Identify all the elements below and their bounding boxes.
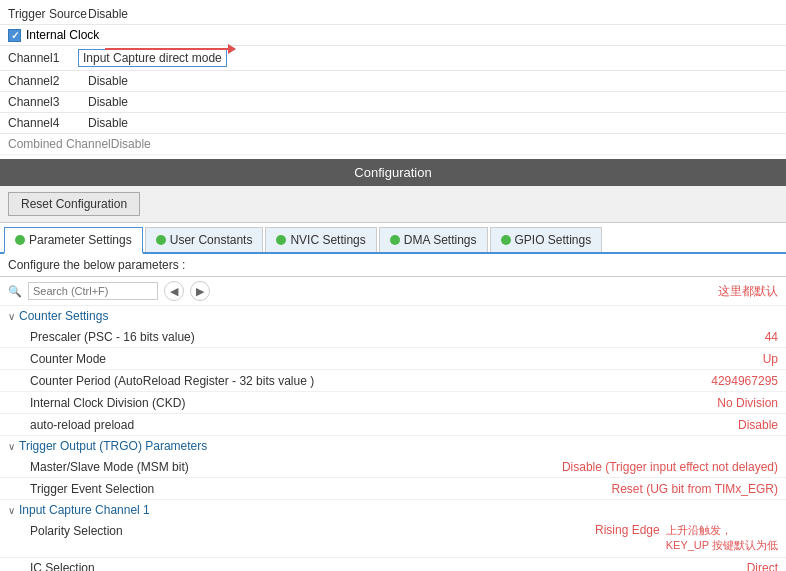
combined-channel-row[interactable]: Combined Channel Disable [0,134,786,155]
combined-channel-value: Disable [111,137,151,151]
tab-gpio-settings[interactable]: GPIO Settings [490,227,603,252]
tab-user-label: User Constants [170,233,253,247]
polarity-row[interactable]: Polarity Selection Rising Edge 上升沿触发， KE… [0,520,786,558]
trigger-event-name: Trigger Event Selection [30,482,478,496]
counter-settings-section[interactable]: ∨ Counter Settings [0,306,786,326]
tab-dot-dma [390,235,400,245]
tab-nvic-settings[interactable]: NVIC Settings [265,227,376,252]
polarity-value: Rising Edge [595,523,660,537]
tab-parameter-label: Parameter Settings [29,233,132,247]
channel1-value: Input Capture direct mode [78,49,227,67]
channel4-row[interactable]: Channel4 Disable [0,113,786,134]
polarity-annotation: 上升沿触发， KEY_UP 按键默认为低 [666,523,778,554]
config-title: Configuration [354,165,431,180]
internal-clock-checkbox[interactable] [8,29,21,42]
counter-period-name: Counter Period (AutoReload Register - 32… [30,374,528,388]
tab-nvic-label: NVIC Settings [290,233,365,247]
prescaler-name: Prescaler (PSC - 16 bits value) [30,330,528,344]
ic-selection-name: IC Selection [30,561,528,571]
reset-btn-row: Reset Configuration [0,186,786,223]
settings-tree: ∨ Counter Settings Prescaler (PSC - 16 b… [0,306,786,571]
input-capture-section[interactable]: ∨ Input Capture Channel 1 [0,500,786,520]
internal-clock-row[interactable]: Internal Clock [0,25,786,46]
trigger-output-chevron-icon: ∨ [8,441,15,452]
clock-division-value: No Division [528,396,778,410]
prescaler-value: 44 [528,330,778,344]
trigger-event-value: Reset (UG bit from TIMx_EGR) [478,482,778,496]
channel2-row[interactable]: Channel2 Disable [0,71,786,92]
master-slave-value: Disable (Trigger input effect not delaye… [478,460,778,474]
top-section: Trigger Source Disable Internal Clock Ch… [0,0,786,159]
channel2-value: Disable [88,74,128,88]
ic-selection-row[interactable]: IC Selection Direct [0,558,786,571]
config-header: Configuration [0,159,786,186]
tab-bar: Parameter Settings User Constants NVIC S… [0,223,786,254]
search-row: 🔍 ◀ ▶ 这里都默认 [0,277,786,306]
search-icon: 🔍 [8,285,22,298]
params-note-text: Configure the below parameters : [8,258,185,272]
autoreload-name: auto-reload preload [30,418,528,432]
trigger-source-label: Trigger Source [8,7,88,21]
polarity-right: Rising Edge 上升沿触发， KEY_UP 按键默认为低 [595,523,778,554]
combined-channel-label: Combined Channel [8,137,111,151]
channel3-label: Channel3 [8,95,88,109]
trigger-output-section[interactable]: ∨ Trigger Output (TRGO) Parameters [0,436,786,456]
counter-mode-name: Counter Mode [30,352,528,366]
counter-settings-title: Counter Settings [19,309,108,323]
input-capture-title: Input Capture Channel 1 [19,503,150,517]
clock-division-name: Internal Clock Division (CKD) [30,396,528,410]
trigger-source-row: Trigger Source Disable [0,4,786,25]
counter-chevron-icon: ∨ [8,311,15,322]
counter-period-row[interactable]: Counter Period (AutoReload Register - 32… [0,370,786,392]
search-input[interactable] [33,285,133,297]
trigger-source-value: Disable [88,7,128,21]
arrow-annotation [105,48,235,50]
master-slave-row[interactable]: Master/Slave Mode (MSM bit) Disable (Tri… [0,456,786,478]
trigger-event-row[interactable]: Trigger Event Selection Reset (UG bit fr… [0,478,786,500]
search-box[interactable] [28,282,158,300]
tab-parameter-settings[interactable]: Parameter Settings [4,227,143,254]
prescaler-row[interactable]: Prescaler (PSC - 16 bits value) 44 [0,326,786,348]
channel4-label: Channel4 [8,116,88,130]
channel4-value: Disable [88,116,128,130]
autoreload-value: Disable [528,418,778,432]
tab-gpio-label: GPIO Settings [515,233,592,247]
trigger-output-title: Trigger Output (TRGO) Parameters [19,439,207,453]
tab-user-constants[interactable]: User Constants [145,227,264,252]
chinese-default-note: 这里都默认 [718,283,778,300]
internal-clock-label: Internal Clock [26,28,99,42]
search-prev-button[interactable]: ◀ [164,281,184,301]
autoreload-row[interactable]: auto-reload preload Disable [0,414,786,436]
params-note: Configure the below parameters : [0,254,786,277]
reset-configuration-button[interactable]: Reset Configuration [8,192,140,216]
arrow-line [105,48,235,50]
counter-mode-row[interactable]: Counter Mode Up [0,348,786,370]
counter-mode-value: Up [528,352,778,366]
polarity-name: Polarity Selection [30,523,595,538]
master-slave-name: Master/Slave Mode (MSM bit) [30,460,478,474]
clock-division-row[interactable]: Internal Clock Division (CKD) No Divisio… [0,392,786,414]
tab-dot-parameter [15,235,25,245]
counter-period-value: 4294967295 [528,374,778,388]
search-next-button[interactable]: ▶ [190,281,210,301]
channel3-value: Disable [88,95,128,109]
channel1-label: Channel1 [8,51,78,65]
tab-dot-user [156,235,166,245]
channel2-label: Channel2 [8,74,88,88]
channel3-row[interactable]: Channel3 Disable [0,92,786,113]
tab-dma-settings[interactable]: DMA Settings [379,227,488,252]
tab-dot-gpio [501,235,511,245]
tab-dma-label: DMA Settings [404,233,477,247]
input-capture-chevron-icon: ∨ [8,505,15,516]
channel1-row[interactable]: Channel1 Input Capture direct mode [0,46,786,71]
tab-dot-nvic [276,235,286,245]
ic-selection-value: Direct [528,561,778,571]
